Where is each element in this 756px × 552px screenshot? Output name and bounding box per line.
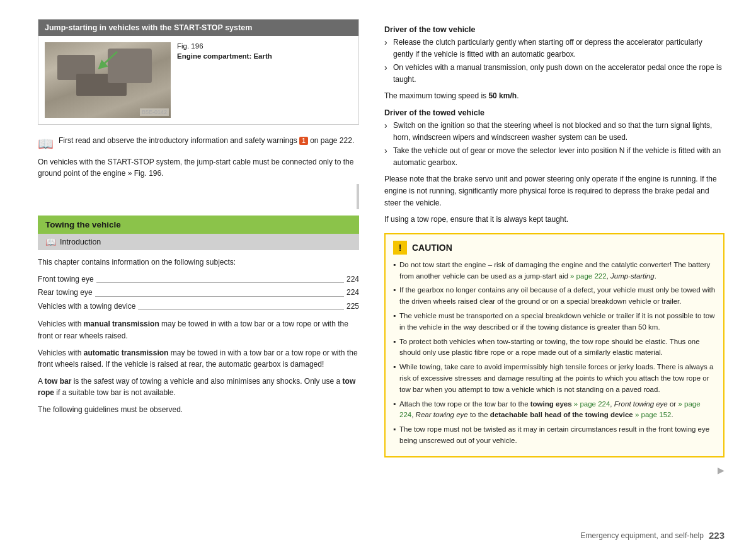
jump-start-note: On vehicles with the START-STOP system, …: [38, 156, 359, 179]
jump-start-title: Jump-starting in vehicles with the START…: [45, 23, 252, 32]
caution-label: CAUTION: [412, 243, 452, 253]
toc-page-3: 225: [346, 301, 359, 313]
caution-link-4[interactable]: » page 152: [635, 411, 672, 418]
book-icon: 📖: [38, 137, 54, 150]
toc-line-2: [95, 296, 344, 297]
jump-start-header: Jump-starting in vehicles with the START…: [38, 20, 358, 36]
page-footer: Emergency equipment, and self-help 223: [581, 530, 724, 541]
caution-bullet-5: While towing, take care to avoid impermi…: [393, 362, 716, 395]
caution-bullet-2: If the gearbox no longer contains any oi…: [393, 285, 716, 308]
page-number: 223: [709, 530, 724, 541]
jump-start-box: Jump-starting in vehicles with the START…: [38, 19, 359, 125]
driver-towed-title: Driver of the towed vehicle: [384, 108, 724, 117]
warning-num-badge: 1: [299, 137, 308, 145]
toc-page-1: 224: [346, 273, 359, 285]
max-speed-text: The maximum towing speed is 50 km/h.: [384, 90, 724, 102]
towing-body: This chapter contains information on the…: [38, 256, 359, 416]
caution-bullet-6: Attach the tow rope or the tow bar to th…: [393, 399, 716, 422]
toc-row-1: Front towing eye 224: [38, 273, 359, 285]
toc-label-1: Front towing eye: [38, 273, 94, 285]
tow-bar-bold: tow bar: [45, 377, 72, 386]
engine-image: B5E-0142: [45, 42, 171, 118]
toc-label-2: Rear towing eye: [38, 287, 93, 299]
toc-row-3: Vehicles with a towing device 225: [38, 301, 359, 313]
intro-book-icon: 📖: [45, 237, 56, 247]
manual-para: Vehicles with manual transmission may be…: [38, 318, 359, 342]
footer-text: Emergency equipment, and self-help: [581, 531, 704, 540]
driver-tow-bullet-1: Release the clutch particularly gently w…: [384, 37, 724, 60]
driver-towed-bullet-1: Switch on the ignition so that the steer…: [384, 120, 724, 143]
driver-towed-bullets: Switch on the ignition so that the steer…: [384, 120, 724, 168]
fig-caption: Fig. 196 Engine compartment: Earth: [177, 42, 352, 118]
caution-bullet-3: The vehicle must be transported on a spe…: [393, 311, 716, 333]
towing-title: Towing the vehicle: [45, 220, 121, 229]
driver-towed-bullet-2: Take the vehicle out of gear or move the…: [384, 145, 724, 168]
tow-bar-para: A tow bar is the safest way of towing a …: [38, 376, 359, 399]
guidelines-para: The following guidelines must be observe…: [38, 404, 359, 416]
warning-text: First read and observe the introductory …: [59, 136, 297, 145]
caution-bullet-4: To protect both vehicles when tow-starti…: [393, 336, 716, 359]
svg-line-1: [101, 52, 117, 66]
manual-bold: manual transmission: [84, 319, 159, 328]
toc-table: Front towing eye 224 Rear towing eye 224…: [38, 273, 359, 313]
fig-number: Fig. 196: [177, 42, 352, 50]
caution-link-1[interactable]: » page 222: [570, 272, 607, 280]
caution-bullet-7: The tow rope must not be twisted as it m…: [393, 424, 716, 447]
intro-text: This chapter contains information on the…: [38, 256, 359, 268]
caution-icon: !: [393, 241, 407, 255]
intro-label: Introduction: [60, 238, 101, 246]
driver-tow-bullet-2: On vehicles with a manual transmission, …: [384, 62, 724, 85]
intro-subheader: 📖 Introduction: [38, 234, 359, 250]
book-warning-text: First read and observe the introductory …: [59, 136, 354, 145]
driver-tow-bullets: Release the clutch particularly gently w…: [384, 37, 724, 85]
b5e-code: B5E-0142: [140, 108, 169, 116]
right-para1: Please note that the brake servo unit an…: [384, 173, 724, 209]
caution-title: ! CAUTION: [393, 241, 716, 255]
right-column: Driver of the tow vehicle Release the cl…: [372, 19, 756, 539]
towing-header: Towing the vehicle: [38, 216, 359, 234]
engine-arrow-svg: [95, 49, 120, 74]
caution-body: Do not tow start the engine – risk of da…: [393, 260, 716, 447]
caution-box: ! CAUTION Do not tow start the engine – …: [384, 233, 724, 457]
book-warning: 📖 First read and observe the introductor…: [38, 136, 359, 150]
jump-start-body: B5E-0142 Fig. 196 Engine compartment: Ea…: [38, 36, 358, 124]
caution-bullet-1: Do not tow start the engine – risk of da…: [393, 260, 716, 282]
auto-para: Vehicles with automatic transmission may…: [38, 347, 359, 371]
toc-line-3: [138, 309, 344, 310]
toc-page-2: 224: [346, 287, 359, 299]
max-speed-bold: 50 km/h: [488, 91, 517, 100]
right-para2: If using a tow rope, ensure that it is a…: [384, 214, 724, 226]
tow-rope-bold: tow rope: [38, 377, 355, 398]
toc-row-2: Rear towing eye 224: [38, 287, 359, 299]
toc-line-1: [96, 282, 344, 283]
left-column: Jump-starting in vehicles with the START…: [0, 19, 372, 539]
next-page-arrow[interactable]: ▶: [718, 465, 724, 475]
fig-description: Engine compartment: Earth: [177, 52, 272, 60]
scroll-indicator: [357, 184, 359, 209]
auto-bold: automatic transmission: [84, 348, 169, 357]
driver-tow-title: Driver of the tow vehicle: [384, 25, 724, 34]
caution-link-2[interactable]: » page 224: [574, 400, 610, 408]
toc-label-3: Vehicles with a towing device: [38, 301, 135, 313]
warning-page-text: on page 222.: [310, 136, 354, 145]
